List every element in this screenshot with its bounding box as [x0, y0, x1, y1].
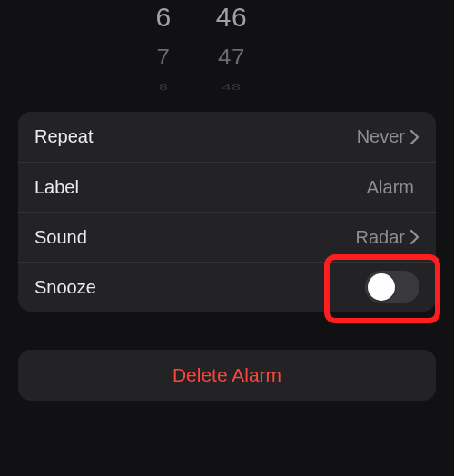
repeat-label: Repeat — [35, 126, 357, 147]
label-row[interactable]: Label Alarm — [18, 162, 436, 212]
delete-alarm-label: Delete Alarm — [173, 364, 281, 386]
chevron-right-icon — [410, 130, 419, 144]
label-value: Alarm — [367, 177, 414, 198]
snooze-label: Snooze — [35, 277, 365, 298]
minute-column[interactable]: 46 47 48 — [204, 0, 259, 95]
hour-column[interactable]: 6 7 8 — [136, 0, 191, 95]
label-label: Label — [35, 177, 367, 198]
snooze-toggle[interactable] — [365, 271, 419, 303]
hour-option[interactable]: 8 — [136, 83, 191, 93]
repeat-row[interactable]: Repeat Never — [18, 112, 436, 162]
alarm-settings-card: Repeat Never Label Alarm Sound Radar Sno… — [18, 112, 436, 312]
time-picker[interactable]: 6 7 8 46 47 48 — [0, 0, 454, 95]
hour-option[interactable]: 6 — [136, 4, 191, 36]
toggle-knob — [368, 273, 395, 301]
minute-option[interactable]: 48 — [204, 83, 259, 93]
sound-row[interactable]: Sound Radar — [18, 212, 436, 262]
minute-option[interactable]: 47 — [204, 47, 259, 72]
chevron-right-icon — [410, 230, 419, 244]
hour-option[interactable]: 7 — [136, 47, 191, 72]
repeat-value: Never — [357, 126, 405, 147]
snooze-row: Snooze — [18, 262, 436, 312]
sound-value: Radar — [356, 227, 405, 248]
minute-option[interactable]: 46 — [204, 4, 259, 36]
sound-label: Sound — [35, 227, 356, 248]
delete-alarm-button[interactable]: Delete Alarm — [18, 350, 436, 401]
